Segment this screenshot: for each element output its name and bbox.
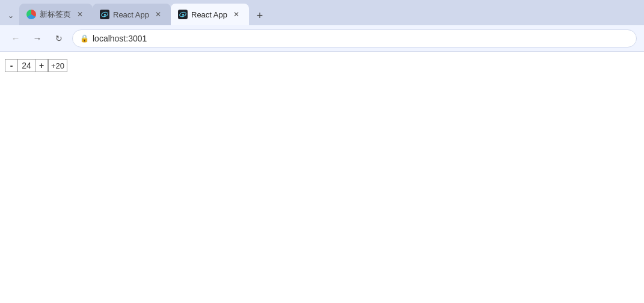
lock-icon: 🔒 [80, 34, 89, 43]
tab-favicon-newtab [26, 10, 36, 19]
increment-button[interactable]: + [35, 59, 48, 72]
tab-reactapp2[interactable]: React App ✕ [171, 4, 249, 25]
tab-reactapp1[interactable]: React App ✕ [93, 4, 171, 25]
browser-window: ⌄ 新标签页 ✕ React App ✕ [0, 0, 644, 303]
reload-button[interactable]: ↻ [51, 30, 67, 47]
tab-newtab-close[interactable]: ✕ [75, 9, 85, 20]
tabs-container: 新标签页 ✕ React App ✕ React App ✕ + [19, 4, 639, 25]
forward-icon: → [33, 33, 42, 43]
page-content: - 24 + +20 [0, 52, 644, 303]
react-icon-1 [100, 10, 109, 19]
counter-widget: - 24 + +20 [5, 59, 639, 72]
tab-reactapp2-title: React App [191, 10, 227, 19]
address-input-container[interactable]: 🔒 [72, 29, 637, 47]
tab-favicon-reactapp1 [100, 10, 109, 19]
counter-value: 24 [18, 59, 35, 72]
tab-favicon-reactapp2 [178, 10, 188, 19]
back-button[interactable]: ← [7, 30, 24, 47]
tab-newtab-title: 新标签页 [40, 9, 71, 20]
increment-large-button[interactable]: +20 [48, 59, 67, 72]
react-icon-2 [178, 10, 188, 19]
reload-icon: ↻ [55, 34, 63, 43]
tab-reactapp1-close[interactable]: ✕ [153, 9, 164, 20]
back-icon: ← [11, 33, 20, 43]
new-tab-button[interactable]: + [251, 7, 268, 24]
tab-bar-left: ⌄ [0, 7, 19, 25]
tab-reactapp2-close[interactable]: ✕ [231, 9, 242, 20]
tab-list-button[interactable]: ⌄ [2, 7, 19, 24]
tab-newtab[interactable]: 新标签页 ✕ [19, 4, 93, 25]
chromium-icon [26, 10, 36, 19]
address-input[interactable] [93, 34, 629, 43]
forward-button[interactable]: → [29, 30, 46, 47]
tab-reactapp1-title: React App [113, 10, 149, 19]
tab-bar: ⌄ 新标签页 ✕ React App ✕ [0, 0, 644, 25]
address-bar: ← → ↻ 🔒 [0, 25, 644, 52]
decrement-button[interactable]: - [5, 59, 18, 72]
